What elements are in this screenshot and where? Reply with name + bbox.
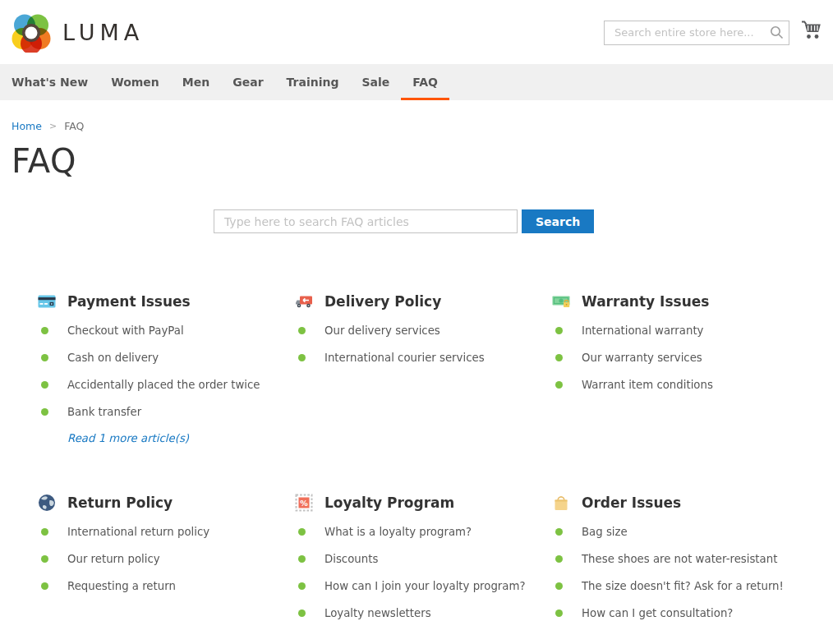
section-header[interactable]: Return Policy [38,494,295,512]
faq-article-list: Our delivery servicesInternational couri… [295,317,552,371]
faq-article-link[interactable]: Cash on delivery [38,344,295,371]
bullet-icon [41,528,48,536]
faq-article-link[interactable]: Our warranty services [552,344,809,371]
bullet-icon [555,610,563,617]
section-title: Warranty Issues [582,293,709,310]
faq-article-link[interactable]: Bag size [552,518,809,545]
bullet-icon [41,555,48,563]
faq-article-link[interactable]: Bank transfer [38,398,295,426]
faq-article-link[interactable]: Accidentally placed the order twice [38,371,295,398]
faq-article-link[interactable]: International warranty [552,317,809,344]
breadcrumb: Home > FAQ [0,100,833,132]
nav-item-training[interactable]: Training [275,64,351,100]
bullet-icon [41,381,48,389]
faq-article-link[interactable]: Our return policy [38,545,295,573]
faq-article-link[interactable]: These shoes are not water-resistant [552,545,809,573]
faq-article-label: These shoes are not water-resistant [582,553,777,565]
section-header[interactable]: Payment Issues [38,292,295,310]
delivery-truck-icon [295,292,313,310]
bullet-icon [555,327,563,334]
faq-article-link[interactable]: Our delivery services [295,317,552,344]
store-search-input[interactable] [604,21,789,45]
faq-article-label: Bank transfer [67,406,141,418]
faq-article-label: Our return policy [67,553,160,565]
section-payment-issues: Payment Issues Checkout with PayPalCash … [38,292,295,444]
bullet-icon [555,381,563,389]
faq-article-link[interactable]: Requesting a return [38,573,295,600]
faq-article-label: Our delivery services [324,324,440,337]
section-title: Order Issues [582,494,681,511]
section-order-issues: Order Issues Bag sizeThese shoes are not… [552,494,809,627]
faq-article-link[interactable]: International return policy [38,518,295,545]
bullet-icon [298,354,306,361]
faq-article-link[interactable]: International courier services [295,344,552,371]
breadcrumb-home-link[interactable]: Home [12,120,42,132]
nav-item-women[interactable]: Women [99,64,171,100]
faq-article-link[interactable]: Loyalty newsletters [295,600,552,627]
faq-article-list: Bag sizeThese shoes are not water-resist… [552,518,809,627]
page-header: LUMA [0,0,833,64]
faq-article-label: Discounts [324,553,378,565]
chevron-right-icon: > [49,121,57,131]
section-delivery-policy: Delivery Policy Our delivery servicesInt… [295,292,552,444]
section-header[interactable]: % Loyalty Program [295,494,552,512]
section-warranty-issues: Warranty Issues International warrantyOu… [552,292,809,444]
magnifier-icon[interactable] [770,25,784,39]
faq-article-label: The size doesn't fit? Ask for a return! [582,580,784,592]
faq-article-link[interactable]: Warrant item conditions [552,371,809,398]
money-guarantee-icon [552,292,570,310]
section-header[interactable]: Delivery Policy [295,292,552,310]
section-header[interactable]: Order Issues [552,494,809,512]
bullet-icon [298,582,306,590]
faq-article-label: Accidentally placed the order twice [67,379,260,391]
bullet-icon [298,610,306,617]
cart-button[interactable] [801,21,821,42]
breadcrumb-current: FAQ [64,120,84,132]
faq-article-link[interactable]: What is a loyalty program? [295,518,552,545]
section-title: Loyalty Program [324,494,454,511]
faq-search-button[interactable]: Search [522,209,594,233]
nav-item-sale[interactable]: Sale [350,64,401,100]
faq-article-link[interactable]: Discounts [295,545,552,573]
bullet-icon [41,408,48,416]
faq-article-list: International return policyOur return po… [38,518,295,600]
faq-article-label: How can I get consultation? [582,607,733,619]
svg-text:%: % [300,499,308,508]
section-header[interactable]: Warranty Issues [552,292,809,310]
faq-article-label: Requesting a return [67,580,176,592]
nav-item-whats-new[interactable]: What's New [12,64,99,100]
bullet-icon [298,528,306,536]
nav-item-faq[interactable]: FAQ [401,64,449,100]
faq-article-label: Loyalty newsletters [324,607,431,619]
faq-article-label: What is a loyalty program? [324,526,472,538]
bullet-icon [298,327,306,334]
bullet-icon [41,327,48,334]
nav-item-gear[interactable]: Gear [221,64,274,100]
faq-article-link[interactable]: The size doesn't fit? Ask for a return! [552,573,809,600]
faq-search-bar: Search [214,209,833,233]
logo-text: LUMA [62,20,144,45]
faq-sections-grid: Payment Issues Checkout with PayPalCash … [38,292,833,627]
faq-article-link[interactable]: Checkout with PayPal [38,317,295,344]
bullet-icon [41,354,48,361]
read-more-link[interactable]: Read 1 more article(s) [67,432,189,444]
store-search [604,21,789,45]
nav-item-men[interactable]: Men [171,64,221,100]
faq-article-label: International courier services [324,352,485,364]
faq-article-label: Our warranty services [582,352,702,364]
section-loyalty-program: % Loyalty Program What is a loyalty prog… [295,494,552,627]
credit-card-icon [38,292,56,310]
faq-article-label: International return policy [67,526,209,538]
faq-article-link[interactable]: How can I get consultation? [552,600,809,627]
faq-article-label: Cash on delivery [67,352,159,364]
bullet-icon [41,582,48,590]
faq-search-input[interactable] [214,209,518,233]
luma-flower-logo [12,13,51,53]
faq-article-link[interactable]: How can I join your loyalty program? [295,573,552,600]
cart-icon [801,21,821,39]
section-return-policy: Return Policy International return polic… [38,494,295,627]
faq-article-list: What is a loyalty program?DiscountsHow c… [295,518,552,627]
shopping-bag-icon [552,494,570,512]
faq-article-label: Bag size [582,526,628,538]
store-logo[interactable]: LUMA [12,13,144,53]
